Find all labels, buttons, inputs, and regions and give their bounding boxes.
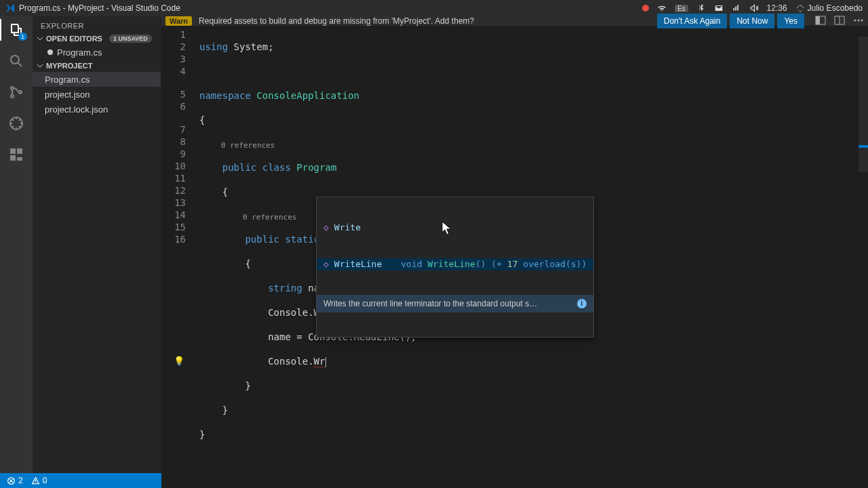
mail-icon[interactable]	[714, 3, 724, 13]
minimap-scrollbar[interactable]	[859, 37, 868, 172]
suggest-item-selected[interactable]: ◇ WriteLine void WriteLine() (+ 17 overl…	[317, 258, 593, 270]
svg-point-2	[11, 95, 14, 98]
open-editors-header[interactable]: OPEN EDITORS 1 UNSAVED	[33, 33, 161, 45]
lightbulb-icon[interactable]: 💡	[174, 355, 184, 367]
explorer-title: EXPLORER	[33, 16, 161, 33]
suggest-widget[interactable]: ◇ Write ◇ WriteLine void WriteLine() (+ …	[316, 197, 594, 338]
suggest-signature: void WriteLine() (+ 17 overload(s))	[401, 258, 587, 270]
notification-bar: Warn Required assets to build and debug …	[161, 16, 868, 26]
svg-rect-6	[816, 16, 820, 24]
project-header[interactable]: MYPROJECT	[33, 60, 161, 72]
activity-explorer[interactable]: 1	[7, 20, 26, 39]
open-editor-item[interactable]: Program.cs	[33, 45, 161, 60]
codelens-references[interactable]: 0 references	[221, 141, 275, 150]
clock[interactable]: 12:36	[767, 3, 787, 13]
file-item[interactable]: project.json	[33, 87, 161, 102]
dirty-dot-icon	[47, 49, 53, 55]
info-icon[interactable]: i	[577, 299, 587, 308]
status-errors[interactable]: 2	[7, 476, 23, 485]
svg-point-8	[854, 19, 856, 21]
activity-debug[interactable]	[7, 114, 26, 133]
code-editor[interactable]: 1 2 3 4 5 6 7 8 9 10 11 12 13 14 15 16 u…	[161, 26, 868, 488]
svg-point-0	[11, 56, 19, 64]
code-content[interactable]: using System; namespace ConsoleApplicati…	[194, 26, 868, 488]
text-caret	[326, 357, 326, 367]
record-icon[interactable]	[642, 5, 649, 12]
svg-point-1	[11, 87, 14, 89]
file-item[interactable]: project.lock.json	[33, 102, 161, 117]
file-item[interactable]: Program.cs	[33, 72, 161, 87]
status-warnings[interactable]: 0	[31, 476, 47, 485]
method-icon: ◇	[323, 258, 329, 270]
volume-icon[interactable]	[749, 3, 759, 13]
vscode-icon	[5, 3, 15, 13]
keyboard-lang[interactable]: Es	[675, 5, 688, 12]
window-title: Program.cs - MyProject - Visual Studio C…	[19, 3, 180, 13]
chevron-down-icon	[37, 35, 43, 42]
method-icon: ◇	[323, 222, 329, 234]
warning-icon	[31, 476, 40, 485]
activity-bar: 1	[0, 16, 33, 473]
activity-search[interactable]	[7, 52, 26, 70]
svg-point-10	[861, 19, 863, 21]
scroll-marker-error	[859, 145, 868, 148]
editor-area: Warn Required assets to build and debug …	[161, 16, 868, 473]
system-tray: Es 12:36 Julio Escobedo	[642, 3, 863, 13]
warn-tag: Warn	[165, 16, 192, 26]
activity-git[interactable]	[7, 83, 26, 102]
chevron-down-icon	[37, 62, 43, 69]
notification-message: Required assets to build and debug are m…	[199, 16, 474, 26]
wifi-icon[interactable]	[657, 3, 667, 13]
network-icon[interactable]	[732, 3, 741, 13]
user-menu[interactable]: Julio Escobedo	[795, 3, 863, 13]
explorer-panel: EXPLORER OPEN EDITORS 1 UNSAVED Program.…	[33, 16, 161, 473]
line-gutter: 1 2 3 4 5 6 7 8 9 10 11 12 13 14 15 16	[161, 26, 194, 488]
bluetooth-icon[interactable]	[696, 3, 706, 13]
codelens-references[interactable]: 0 references	[243, 213, 296, 222]
svg-point-9	[858, 19, 860, 21]
error-icon	[7, 476, 16, 485]
activity-extensions[interactable]	[7, 145, 26, 164]
unsaved-badge: 1 UNSAVED	[109, 35, 152, 43]
svg-point-3	[19, 91, 22, 94]
suggest-item[interactable]: ◇ Write	[317, 222, 593, 234]
explorer-badge: 1	[18, 33, 27, 41]
suggest-doc: Writes the current line terminator to th…	[317, 295, 593, 312]
